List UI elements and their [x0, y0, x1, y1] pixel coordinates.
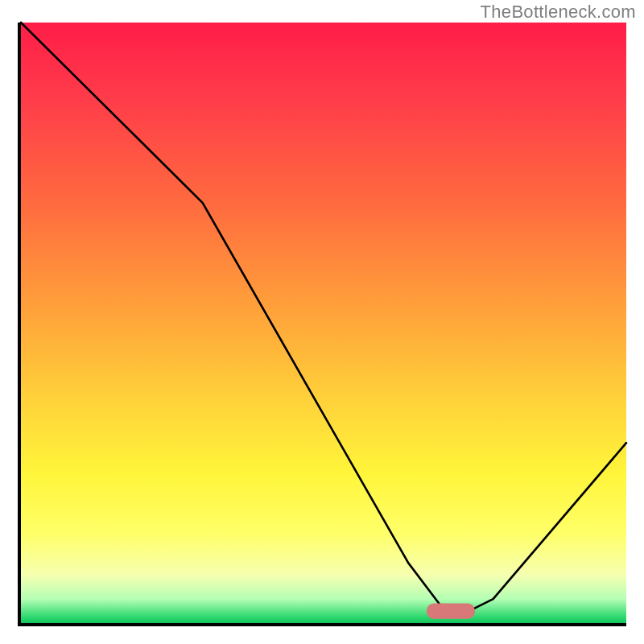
bottleneck-curve: [21, 23, 626, 611]
chart-plot-area: [18, 23, 626, 626]
optimal-marker: [427, 603, 475, 618]
chart-svg: [21, 23, 626, 623]
watermark-text: TheBottleneck.com: [481, 2, 636, 23]
